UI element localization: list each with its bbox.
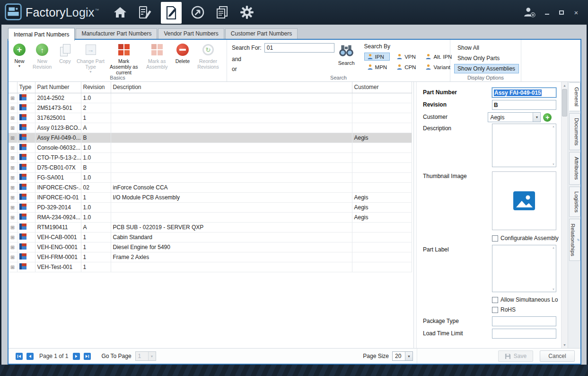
show-only-assemblies-option[interactable]: Show Only Assemblies	[454, 64, 519, 73]
scrollbar-down-icon[interactable]: ▼	[562, 341, 568, 348]
expand-row-icon[interactable]: ⊞	[10, 254, 15, 260]
table-row[interactable]: ⊞VEH-FRM-00011Frame 2 Axles	[9, 252, 412, 262]
tab-manufacturer-part-numbers[interactable]: Manufacturer Part Numbers	[76, 28, 157, 39]
expand-row-icon[interactable]: ⊞	[10, 105, 15, 111]
scrollbar-up-icon[interactable]: ▲	[562, 82, 568, 89]
expand-row-icon[interactable]: ⊞	[10, 195, 15, 200]
expand-row-icon[interactable]: ⊞	[10, 224, 15, 230]
next-page-button[interactable]	[73, 353, 80, 360]
show-all-option[interactable]: Show All	[454, 43, 519, 53]
expand-row-icon[interactable]: ⊞	[10, 215, 15, 220]
chevron-down-icon[interactable]: ▼	[533, 113, 540, 122]
col-part-number[interactable]: Part Number	[35, 82, 81, 93]
rohs-checkbox[interactable]: RoHS	[492, 306, 559, 313]
load-time-limit-field[interactable]	[492, 329, 556, 339]
thumbnail-image-box[interactable]	[492, 171, 556, 230]
delete-button[interactable]: Delete	[175, 43, 191, 64]
col-description[interactable]: Description	[111, 82, 352, 93]
first-page-button[interactable]	[16, 353, 23, 360]
search-button[interactable]: Search	[338, 44, 355, 74]
reports-icon[interactable]	[214, 2, 231, 23]
user-logout-icon[interactable]	[523, 7, 535, 18]
table-row[interactable]: ⊞FG-SA0011.0	[9, 172, 412, 182]
settings-gear-icon[interactable]	[238, 2, 255, 23]
table-row[interactable]: ⊞RTM190411APCB SUB - 022019 - SERVER QXP	[9, 222, 412, 232]
table-row[interactable]: ⊞INFORCE-CNS-...02inForce Console CCA	[9, 182, 412, 192]
search-by-mpn[interactable]: MPN	[364, 63, 390, 71]
table-row[interactable]: ⊞VEH-ENG-00011Diesel Engine for 5490	[9, 242, 412, 252]
expand-row-icon[interactable]: ⊞	[10, 205, 15, 210]
table-row[interactable]: ⊞RMA-234-0924...1.0Aegis	[9, 212, 412, 222]
part-numbers-icon[interactable]	[161, 2, 182, 24]
table-row[interactable]: ⊞Assy FAI-049-0...BAegis	[9, 133, 412, 143]
search-by-cpn[interactable]: CPN	[394, 63, 419, 71]
expand-row-icon[interactable]: ⊞	[10, 95, 15, 101]
side-tab-attributes[interactable]: Attributes	[569, 152, 580, 185]
part-number-field[interactable]: Assy FAI-049-015	[492, 88, 556, 98]
table-row[interactable]: ⊞Console-06032...1.0	[9, 143, 412, 152]
expand-row-icon[interactable]: ⊞	[10, 175, 15, 180]
table-row[interactable]: ⊞VEH-Test-0011	[9, 262, 412, 272]
change-part-type-button[interactable]: →Change Part Type▼	[75, 43, 106, 73]
dispatch-icon[interactable]	[189, 2, 206, 23]
side-tab-general[interactable]: General	[569, 82, 580, 111]
package-type-field[interactable]	[492, 316, 556, 326]
tab-vendor-part-numbers[interactable]: Vendor Part Numbers	[158, 28, 224, 39]
table-row[interactable]: ⊞Assy 0123-BCO...A	[9, 123, 412, 133]
expand-row-icon[interactable]: ⊞	[10, 125, 15, 131]
table-row[interactable]: ⊞INFORCE-IO-011I/O Module PCB AssemblyAe…	[9, 192, 412, 202]
revision-field[interactable]: B	[492, 100, 556, 110]
mark-as-assembly-button[interactable]: Mark as Assembly	[141, 43, 173, 70]
table-row[interactable]: ⊞VEH-CAB-00011Cabin Standard	[9, 232, 412, 242]
side-tab-documents[interactable]: Documents	[569, 113, 580, 150]
panel-splitter[interactable]	[413, 82, 417, 348]
table-row[interactable]: ⊞CTO-TP-5-13-2...1.0	[9, 152, 412, 162]
checkbox-icon[interactable]	[492, 235, 498, 242]
expand-row-icon[interactable]: ⊞	[10, 244, 15, 250]
new-button[interactable]: +New▼	[11, 43, 27, 68]
search-by-ipn[interactable]: IPN	[364, 53, 390, 61]
allow-simultaneous-checkbox[interactable]: Allow Simultaneous Lo	[492, 296, 559, 303]
side-tab-relationships[interactable]: Relationships	[569, 219, 580, 261]
checkbox-icon[interactable]	[492, 297, 498, 303]
expand-row-icon[interactable]: ⊞	[10, 115, 15, 121]
reorder-revisions-button[interactable]: ↻Reorder Revisions	[193, 43, 224, 70]
table-row[interactable]: ⊞D75-CB01-07XB	[9, 162, 412, 172]
mark-assembly-as-current-button[interactable]: Mark Assembly as current	[108, 43, 140, 75]
add-customer-button[interactable]: +	[543, 113, 552, 122]
customer-dropdown[interactable]: Aegis ▼	[488, 112, 541, 122]
previous-page-button[interactable]	[26, 353, 34, 360]
minimize-icon[interactable]	[544, 9, 550, 16]
search-by-vpn[interactable]: VPN	[394, 53, 419, 61]
search-input[interactable]	[264, 43, 334, 53]
expand-row-icon[interactable]: ⊞	[10, 135, 15, 141]
show-only-parts-option[interactable]: Show Only Parts	[454, 54, 519, 63]
table-row[interactable]: ⊞3176250011	[9, 113, 412, 123]
part-label-textarea[interactable]: ▲▼	[492, 245, 556, 292]
production-icon[interactable]	[136, 2, 153, 23]
page-size-combo[interactable]: 20 ▼	[392, 351, 413, 361]
description-textarea[interactable]: ▲▼	[492, 124, 556, 167]
table-row[interactable]: ⊞2M51473-5012	[9, 103, 412, 113]
scrollbar-thumb[interactable]	[562, 89, 567, 116]
tab-internal-part-numbers[interactable]: Internal Part Numbers	[8, 28, 75, 41]
maximize-icon[interactable]	[558, 9, 565, 16]
side-tab-logistics[interactable]: Logistics	[569, 187, 580, 217]
tab-customer-part-numbers[interactable]: Customer Part Numbers	[225, 28, 298, 39]
expand-row-icon[interactable]: ⊞	[10, 155, 15, 161]
new-revision-button[interactable]: ↑New Revision	[29, 43, 55, 70]
close-icon[interactable]: ×	[573, 9, 579, 16]
last-page-button[interactable]	[84, 353, 91, 360]
col-revision[interactable]: Revision	[81, 82, 111, 93]
cancel-button[interactable]: Cancel	[540, 350, 575, 362]
home-icon[interactable]	[112, 2, 129, 23]
go-to-page-combo[interactable]: 1 ▼	[135, 351, 156, 361]
copy-button[interactable]: Copy	[57, 43, 73, 64]
col-type[interactable]: Type	[17, 82, 35, 93]
table-row[interactable]: ⊞PD-329-20141.0Aegis	[9, 202, 412, 212]
configurable-assembly-checkbox[interactable]: Configurable Assembly	[492, 235, 559, 242]
col-customer[interactable]: Customer	[352, 82, 412, 93]
checkbox-icon[interactable]	[492, 307, 498, 313]
expand-row-icon[interactable]: ⊞	[10, 185, 15, 190]
expand-row-icon[interactable]: ⊞	[10, 145, 15, 151]
